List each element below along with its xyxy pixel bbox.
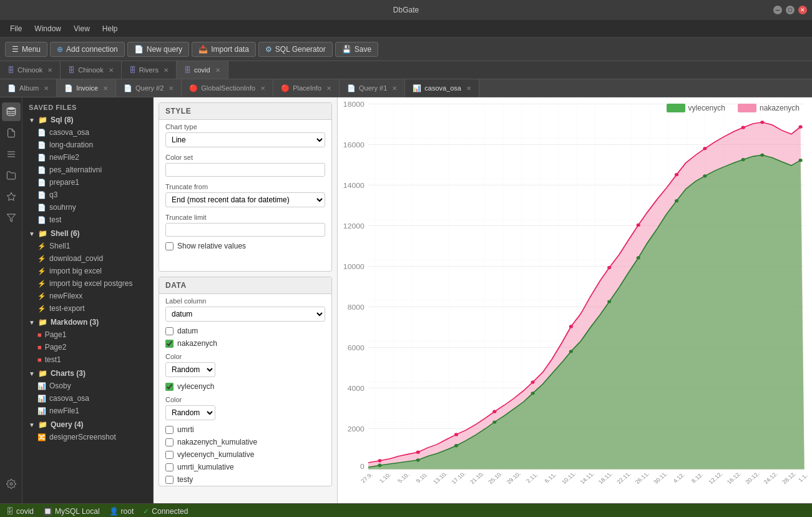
status-server[interactable]: 🔲 MySQL Local (43, 507, 100, 516)
sql-generator-button[interactable]: ⚙ SQL Generator (258, 42, 333, 57)
tree-group-charts-header[interactable]: ▼ 📁 Charts (3) (22, 367, 153, 380)
tab-query2[interactable]: 📄 Query #2 ✕ (116, 79, 182, 97)
maximize-button[interactable]: □ (786, 6, 795, 14)
svg-text:2000: 2000 (348, 425, 364, 432)
close-rivers[interactable]: ✕ (164, 67, 169, 74)
sidebar-star-icon[interactable] (2, 187, 21, 206)
tab-chinook1[interactable]: 🗄 Chinook ✕ (0, 61, 61, 79)
tab-covid[interactable]: 🗄 covid ✕ (177, 61, 228, 79)
label-column-select[interactable]: datum nakazenych vylecenych umrti (165, 307, 325, 322)
tree-item-download-covid[interactable]: ⚡download_covid (22, 252, 153, 265)
status-user[interactable]: 👤 root (109, 507, 134, 516)
tree-item-newfile1[interactable]: 📊newFile1 (22, 405, 153, 417)
close-album[interactable]: ✕ (44, 85, 49, 92)
minimize-button[interactable]: ─ (773, 6, 782, 14)
close-casova-osa[interactable]: ✕ (466, 85, 471, 92)
tree-group-query-header[interactable]: ▼ 📁 Query (4) (22, 418, 153, 431)
tree-item-prepare1[interactable]: 📄prepare1 (22, 176, 153, 189)
col-umr-kum-label: umrti_kumulative (177, 463, 234, 471)
tree-item-shell1[interactable]: ⚡Shell1 (22, 240, 153, 252)
col-datum-checkbox[interactable] (165, 327, 174, 335)
tab-global-section[interactable]: 🔴 GlobalSectionInfo ✕ (182, 79, 273, 97)
new-query-button[interactable]: 📄 New query (127, 42, 189, 57)
tree-item-newfilexx[interactable]: ⚡newFilexx (22, 290, 153, 302)
menu-button[interactable]: ☰ Menu (5, 42, 47, 57)
close-global-section[interactable]: ✕ (260, 85, 265, 92)
tab-casova-osa[interactable]: 📊 casova_osa ✕ (405, 79, 479, 97)
col-vyl-kum-label: vylecenych_kumulative (177, 450, 254, 459)
tree-item-long-duration[interactable]: 📄long-duration (22, 139, 153, 151)
shell-icon-0: ⚡ (37, 242, 46, 250)
chart-icon-0: 📊 (37, 382, 46, 390)
tree-item-designer[interactable]: 🔀designerScreenshot (22, 431, 153, 443)
tree-item-import-excel-pg[interactable]: ⚡import big excel postgres (22, 277, 153, 290)
svg-point-47 (531, 391, 535, 395)
menu-file[interactable]: File (5, 22, 27, 35)
sidebar-folder-icon[interactable] (2, 166, 21, 185)
tree-item-page1[interactable]: ■Page1 (22, 328, 153, 341)
close-button[interactable]: ✕ (798, 6, 807, 14)
save-button[interactable]: 💾 Save (335, 42, 378, 57)
sidebar-db-icon[interactable] (2, 102, 21, 121)
tree-item-souhrny[interactable]: 📄souhrny (22, 201, 153, 214)
tree-item-test1[interactable]: ■test1 (22, 353, 153, 366)
menu-window[interactable]: Window (29, 22, 66, 35)
tree-item-casova-osa[interactable]: 📄casova_osa (22, 126, 153, 139)
nakazenych-color-select[interactable]: Random (165, 362, 215, 377)
tab-place-info[interactable]: 🔴 PlaceInfo ✕ (273, 79, 340, 97)
tab-rivers[interactable]: 🗄 Rivers ✕ (122, 61, 177, 79)
shell-icon-3: ⚡ (37, 280, 46, 288)
tree-item-osoby[interactable]: 📊Osoby (22, 380, 153, 392)
col-umrti-checkbox[interactable] (165, 426, 174, 434)
svg-point-43 (378, 464, 381, 467)
tab-chinook2[interactable]: 🗄 Chinook ✕ (61, 61, 121, 79)
svg-marker-5 (7, 214, 15, 222)
tree-group-markdown-header[interactable]: ▼ 📁 Markdown (3) (22, 316, 153, 328)
menu-help[interactable]: Help (97, 22, 123, 35)
truncate-limit-input[interactable] (165, 223, 325, 237)
app-title: DbGate (393, 6, 419, 14)
close-invoice[interactable]: ✕ (103, 85, 108, 92)
import-data-button[interactable]: 📥 Import data (192, 42, 256, 57)
col-umr-kum-checkbox[interactable] (165, 463, 174, 471)
close-query1[interactable]: ✕ (392, 85, 397, 92)
close-query2[interactable]: ✕ (169, 85, 174, 92)
tree-item-q3[interactable]: 📄q3 (22, 189, 153, 201)
menu-view[interactable]: View (69, 22, 95, 35)
close-place-info[interactable]: ✕ (326, 85, 331, 92)
close-chinook2[interactable]: ✕ (109, 67, 114, 74)
show-relative-checkbox[interactable] (165, 242, 174, 250)
tree-group-sql-header[interactable]: ▼ 📁 Sql (8) (22, 114, 153, 126)
tree-item-import-excel[interactable]: ⚡import big excel (22, 265, 153, 277)
tab-query1[interactable]: 📄 Query #1 ✕ (340, 79, 405, 97)
tree-item-test-export[interactable]: ⚡test-export (22, 302, 153, 315)
tree-group-shell-header[interactable]: ▼ 📁 Shell (6) (22, 227, 153, 240)
close-chinook1[interactable]: ✕ (47, 67, 52, 74)
tree-item-test[interactable]: 📄test (22, 214, 153, 226)
sidebar-file-icon[interactable] (2, 124, 21, 142)
vylecenych-color-select[interactable]: Random (165, 405, 215, 420)
sidebar-list-icon[interactable] (2, 145, 21, 164)
col-vylecenych-checkbox[interactable] (165, 383, 174, 391)
col-testy-checkbox[interactable] (165, 476, 174, 484)
tree-item-newfile2[interactable]: 📄newFile2 (22, 151, 153, 164)
chinook1-icon: 🗄 (7, 66, 14, 74)
tree-group-shell: ▼ 📁 Shell (6) ⚡Shell1 ⚡download_covid ⚡i… (22, 227, 153, 315)
tab-invoice[interactable]: 📄 Invoice ✕ (57, 79, 116, 97)
chart-type-select[interactable]: Line Bar Scatter Area (165, 132, 325, 147)
tree-item-page2[interactable]: ■Page2 (22, 341, 153, 353)
tree-item-casova-osa-chart[interactable]: 📊casova_osa (22, 392, 153, 405)
status-db[interactable]: 🗄 covid (6, 507, 34, 516)
col-nak-kum-checkbox[interactable] (165, 438, 174, 446)
add-connection-button[interactable]: ⊕ Add connection (50, 42, 125, 57)
tree-item-pes[interactable]: 📄pes_alternativni (22, 164, 153, 176)
tab-album[interactable]: 📄 Album ✕ (0, 79, 57, 97)
nakazenych-color-field: Color Random (159, 350, 331, 380)
truncate-from-select[interactable]: End (most recent data for datetime) Star… (165, 192, 325, 207)
col-vyl-kum-checkbox[interactable] (165, 451, 174, 459)
close-covid[interactable]: ✕ (215, 67, 220, 74)
col-nakazenych-checkbox[interactable] (165, 340, 174, 348)
sidebar-settings-icon[interactable] (2, 475, 21, 493)
color-set-input[interactable] (165, 163, 325, 177)
sidebar-filter-icon[interactable] (2, 209, 21, 227)
